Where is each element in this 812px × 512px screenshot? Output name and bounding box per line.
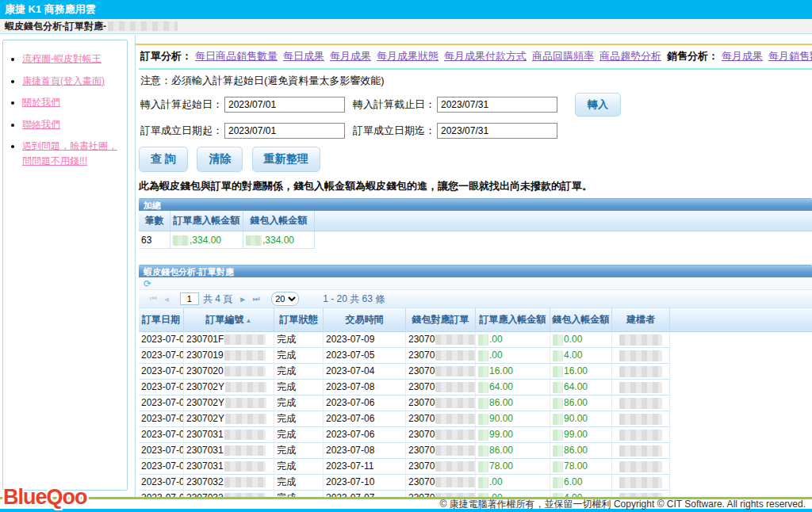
cell-wallet-amount: 99.00: [550, 427, 612, 443]
redacted-wallet-order: [435, 366, 476, 376]
order-analysis-link-4[interactable]: 每月成果付款方式: [444, 50, 527, 62]
redacted-order-no: [224, 430, 266, 440]
first-page-icon[interactable]: ⏮: [150, 294, 158, 304]
sidebar-item: 聯絡我們: [22, 117, 121, 132]
table-row[interactable]: 2023-07-032307031完成2023-07-082307086.008…: [139, 443, 812, 459]
cell-order-status: 完成: [274, 427, 324, 443]
next-page-icon[interactable]: ►: [239, 295, 247, 304]
transfer-start-input[interactable]: [224, 97, 345, 113]
order-start-input[interactable]: [224, 123, 345, 139]
col-order-no[interactable]: 訂單編號▲: [184, 308, 274, 331]
last-page-icon[interactable]: ⏭: [252, 294, 260, 304]
table-row[interactable]: 2023-07-012307019完成2023-07-0523070.004.0…: [139, 348, 812, 364]
col-wallet-amount[interactable]: 錢包入帳金額: [550, 308, 612, 331]
col-trade-time[interactable]: 交易時間: [324, 308, 406, 331]
cell-wallet-amount: 86.00: [550, 395, 612, 411]
table-row[interactable]: 2023-07-022307020完成2023-07-042307016.001…: [139, 364, 812, 380]
col-wallet-order[interactable]: 錢包對應訂單: [406, 308, 476, 331]
col-creator[interactable]: 建檔者: [612, 308, 670, 331]
cell-order-no: 230701F: [184, 332, 274, 348]
prev-page-icon[interactable]: ◄: [163, 295, 171, 304]
redacted-amount-digits: [553, 350, 563, 361]
sidebar-item: 遇到問題，臉書社團，問問題不用錢!!!: [22, 139, 121, 168]
sidebar-item: 康捷首頁(登入畫面): [22, 74, 121, 89]
cell-creator: [612, 443, 670, 459]
main-content: 訂單分析：每日商品銷售數量每日成果每月成果每月成果狀態每月成果付款方式商品回購頻…: [136, 35, 812, 497]
cell-wallet-amount: 4.00: [550, 348, 612, 364]
table-row[interactable]: 2023-07-02230702Y完成2023-07-082307064.006…: [139, 380, 812, 395]
sort-icon[interactable]: ▲: [246, 317, 252, 324]
order-analysis-link-6[interactable]: 商品趨勢分析: [599, 50, 661, 62]
redacted-creator: [619, 382, 662, 393]
refresh-icon[interactable]: ⟳: [144, 279, 151, 288]
redacted-amount-digits: [478, 445, 488, 457]
page-size-select[interactable]: 20: [271, 292, 299, 306]
redacted-creator: [619, 414, 662, 425]
redacted-order-no: [224, 461, 266, 472]
cell-creator: [612, 364, 670, 380]
table-row[interactable]: 2023-07-032307031完成2023-07-062307099.009…: [139, 427, 812, 443]
table-row[interactable]: 2023-07-032307031完成2023-07-112307078.007…: [139, 459, 812, 475]
redacted-amount-digits: [553, 382, 563, 393]
sidebar-link-4[interactable]: 遇到問題，臉書社團，問問題不用錢!!!: [22, 140, 117, 166]
order-date-row: 訂單成立日期起： 訂單成立日期迄：: [139, 120, 812, 142]
sidebar-link-2[interactable]: 關於我們: [22, 97, 60, 108]
cell-creator: [612, 348, 670, 364]
order-analysis-link-5[interactable]: 商品回購頻率: [532, 50, 594, 62]
table-row[interactable]: 2023-07-01230701F完成2023-07-0923070.000.0…: [139, 332, 812, 348]
redacted-creator: [619, 334, 662, 346]
transfer-button[interactable]: 轉入: [575, 93, 621, 117]
cell-order-amount: .00: [476, 475, 550, 491]
refresh-button[interactable]: 重新整理: [252, 147, 320, 172]
sidebar-link-0[interactable]: 流程圖-蝦皮對帳王: [22, 53, 102, 64]
redacted-wallet-order: [435, 350, 476, 361]
summary-panel: 加總 筆數 訂單應入帳金額 錢包入帳金額 63 ,334.00 ,334.00: [139, 198, 812, 249]
transfer-end-input[interactable]: [437, 97, 557, 113]
notice-text: 注意：必須輸入計算起始日(避免資料量太多影響效能): [139, 70, 812, 90]
sidebar-link-3[interactable]: 聯絡我們: [22, 119, 60, 130]
cell-trade-time: 2023-07-09: [324, 332, 406, 348]
col-order-amount[interactable]: 訂單應入帳金額: [476, 308, 550, 331]
sales-analysis-link-1[interactable]: 每月銷售額(營業: [768, 50, 812, 62]
redacted-amount-digits: [478, 477, 488, 488]
sales-analysis-label: 銷售分析：: [667, 50, 718, 62]
table-row[interactable]: 2023-07-02230702Y完成2023-07-062307086.008…: [139, 395, 812, 411]
sidebar: 流程圖-蝦皮對帳王康捷首頁(登入畫面)關於我們聯絡我們遇到問題，臉書社團，問問題…: [2, 40, 128, 491]
sidebar-link-1[interactable]: 康捷首頁(登入畫面): [22, 75, 105, 86]
cell-wallet-amount: 86.00: [550, 443, 612, 459]
table-row[interactable]: 2023-07-02230702Y完成2023-07-062307090.009…: [139, 411, 812, 427]
cell-creator: [612, 395, 670, 411]
table-row[interactable]: 2023-07-032307032完成2023-07-1023070.006.0…: [139, 475, 812, 491]
cell-creator: [612, 475, 670, 491]
col-order-status[interactable]: 訂單狀態: [274, 308, 324, 331]
cell-order-date: 2023-07-03: [139, 475, 184, 491]
cell-trade-time: 2023-07-11: [324, 459, 406, 475]
grid-toolbar: ⟳: [139, 277, 812, 290]
order-analysis-link-2[interactable]: 每月成果: [330, 50, 371, 62]
summary-panel-title: 加總: [139, 198, 812, 211]
summary-header-order-amount: 訂單應入帳金額: [170, 211, 243, 231]
clear-button[interactable]: 清除: [197, 147, 243, 172]
order-end-input[interactable]: [437, 123, 557, 139]
cell-order-date: 2023-07-01: [139, 332, 184, 348]
sidebar-item: 關於我們: [22, 95, 121, 110]
redacted-wallet-order: [435, 477, 476, 487]
cell-trade-time: 2023-07-06: [324, 427, 406, 443]
order-analysis-link-3[interactable]: 每月成果狀態: [377, 50, 439, 62]
pager-row: ⏮ ◄ 共 4 頁 ► ⏭ 20 1 - 20 共 63 條: [139, 290, 812, 308]
query-button[interactable]: 查 詢: [139, 147, 188, 172]
sales-analysis-link-0[interactable]: 每月成果: [722, 50, 763, 62]
cell-order-no: 230702Y: [184, 395, 274, 411]
page-number-input[interactable]: [180, 292, 199, 305]
cell-order-no: 2307032: [184, 475, 274, 491]
table-row[interactable]: 2023-07-032307032完成2023-07-0723070.004.0…: [139, 491, 812, 497]
cell-trade-time: 2023-07-08: [324, 380, 406, 395]
order-analysis-link-0[interactable]: 每日商品銷售數量: [195, 50, 278, 62]
cell-wallet-amount: 64.00: [550, 380, 612, 395]
order-analysis-label: 訂單分析：: [140, 50, 192, 62]
col-order-date[interactable]: 訂單日期: [139, 308, 184, 331]
order-analysis-link-1[interactable]: 每日成果: [283, 50, 324, 62]
cell-order-status: 完成: [274, 364, 324, 380]
transfer-end-label: 轉入計算截止日：: [353, 97, 435, 112]
cell-creator: [612, 380, 670, 395]
